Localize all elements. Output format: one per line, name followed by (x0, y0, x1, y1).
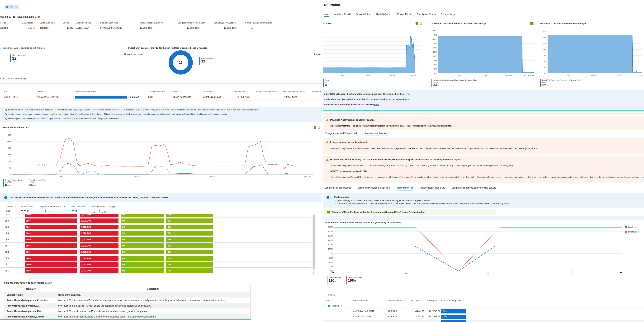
tab-utilization-1[interactable]: Workload Details (334, 13, 351, 17)
here-link[interactable]: here. (374, 103, 379, 106)
column-header[interactable]: Tuples Fetched (Sum) [Tim...↑↓ (40, 206, 70, 208)
column-header[interactable]: me↑↓ (4, 90, 9, 93)
scrollbar-thumb[interactable] (313, 214, 314, 269)
sort-icon[interactable]: ↑↓ (118, 206, 120, 208)
tab-autovacuum-0[interactable]: Emergency AV and Wraparound (324, 132, 357, 136)
table-row[interactable]: db10100%1,072.24%0%0% (0, 262, 311, 268)
time-slider-handle[interactable] (332, 272, 334, 273)
sort-icon[interactable]: ↑↓ (404, 300, 406, 302)
sort-icon[interactable]: ↑↓ (88, 206, 90, 208)
sort-icon[interactable]: ↑↓ (179, 91, 180, 93)
sort-icon[interactable]: ↑↓ (369, 300, 370, 302)
sort-icon[interactable]: ↑↓ (8, 91, 9, 93)
workbook-icon[interactable] (314, 126, 316, 129)
here-link[interactable]: here. (404, 98, 410, 100)
column-header[interactable]: SampledDatapointsCounter↑↓ (245, 22, 274, 24)
column-header[interactable]: LiveToDeadTupRatio↑↓ (441, 300, 464, 302)
column-header[interactable]: DatabaseId↑↓ (22, 22, 35, 24)
sort-icon[interactable]: ↑↓ (276, 91, 278, 93)
time-slider-handle[interactable] (620, 272, 622, 273)
sort-icon[interactable]: ↑↓ (38, 206, 40, 208)
clock-icon[interactable] (532, 22, 534, 25)
sort-icon[interactable]: ↑↓ (166, 91, 167, 93)
column-header[interactable]: DatabaseName↑↓ (388, 300, 406, 302)
table-row[interactable]: db2100%1,072.24%0%0% (0, 214, 311, 218)
column-header[interactable]: WaitEvent↑↓ (203, 90, 215, 93)
column-header[interactable]: LiveTuples↑↓ (410, 300, 422, 302)
tab-utilization-5[interactable]: Checkpoint Details (417, 13, 436, 17)
column-header[interactable]: Tuples Returned...↑↓ (70, 206, 90, 208)
tab-replication-3[interactable]: Inactive Replication Slots (420, 186, 445, 190)
column-header[interactable]: LongestTransactionDuration↑↓ (178, 22, 207, 24)
sort-icon[interactable]: ↑↓ (331, 300, 332, 302)
sort-icon[interactable]: ↑↓ (119, 22, 120, 24)
column-header[interactable]: TotalConnectionDuration↑↓ (139, 22, 165, 24)
workbook-icon[interactable] (416, 22, 418, 25)
tab-replication-4[interactable]: Long running transactions on replica ser… (452, 186, 496, 190)
sort-icon[interactable]: ↑↓ (438, 300, 440, 302)
column-header[interactable]: BackendStartTime↑↓ (100, 22, 120, 24)
scroll-down-icon[interactable]: ▼ (313, 272, 314, 274)
db-table-row[interactable]: db01173.03 K1.239 M (0, 209, 322, 214)
clock-icon[interactable] (420, 22, 422, 25)
tab-replication-1[interactable]: Orphaned Prepared transactions (358, 186, 390, 190)
tab-utilization-2[interactable]: Session Details (356, 13, 371, 17)
column-header[interactable]: FromConnectionStart↑↓ (75, 90, 98, 93)
connection-table-row[interactable]: ackend12345postgres1234510.106.166.X07/0… (0, 26, 320, 31)
sort-icon[interactable]: ↑↓ (237, 22, 238, 24)
column-header[interactable]: ApplicationName↑↓ (148, 90, 167, 93)
column-header[interactable]: dType↑↓ (0, 22, 8, 24)
column-header[interactable]: Tuples Fetched (...↑↓ (19, 206, 40, 208)
search-input[interactable] (324, 293, 642, 297)
tuple-table-group-row[interactable]: ∨ example (7) (323, 303, 644, 308)
table-row[interactable]: db3100%1,072.24%0%0% (0, 218, 311, 224)
sort-icon[interactable]: ↑↓ (214, 91, 215, 93)
sort-icon[interactable]: ↑↓ (70, 22, 71, 24)
table-row[interactable]: db5100%1,072.24%0%0% (0, 230, 311, 236)
table-row[interactable]: 27/03/2023 16:37:55example115.97 M197.93… (323, 308, 644, 314)
column-header[interactable]: LongestQueryDuration↑↓ (214, 22, 238, 24)
column-header[interactable]: UserId↑↓ (63, 22, 71, 24)
tab-utilization-4[interactable]: IO Wait Events (397, 13, 412, 17)
sort-icon[interactable]: ↑↓ (462, 300, 464, 302)
sort-icon[interactable]: ↑↓ (34, 22, 35, 24)
sort-icon[interactable]: ↑↓ (96, 91, 98, 93)
sort-icon[interactable]: ↑↓ (273, 22, 274, 24)
sort-icon[interactable]: ↑↓ (56, 22, 57, 24)
column-header[interactable]: MaxTransactionTime↑↓ (283, 90, 306, 93)
column-header[interactable]: ClientIpAddress↑↓ (76, 22, 93, 24)
sort-icon[interactable]: ↑↓ (247, 91, 248, 93)
column-header[interactable]: OldestTransactionId↑↓ (256, 90, 278, 93)
tab-utilization-0[interactable]: sage (324, 13, 329, 17)
pid-filter-pill[interactable]: 1784 ∨ (4, 4, 19, 9)
column-header[interactable]: TimeGenerated↑↓ (353, 300, 370, 302)
tab-utilization-3[interactable]: High IO Queries (376, 13, 392, 17)
sort-icon[interactable]: ↑↓ (304, 91, 306, 93)
column-header[interactable]: DatabaseName↑↓ (40, 22, 57, 24)
column-header[interactable]: State↑↓ (173, 90, 180, 93)
sort-icon[interactable]: ↑↓ (92, 22, 93, 24)
tab-autovacuum-1[interactable]: Autovacuum Blockers (365, 132, 389, 136)
column-header[interactable]: DeadTuples↑↓ (426, 300, 440, 302)
tab-replication-0[interactable]: Long-running transactions (325, 186, 351, 190)
column-header[interactable]: TransactionId↑↓ (233, 90, 248, 93)
table-row[interactable]: db4100%1,072.24%0%0% (0, 224, 311, 230)
column-header[interactable]: Database↑↓ (5, 206, 16, 208)
chevron-down-icon[interactable]: ∨ (324, 305, 326, 307)
table-row[interactable]: 27/03/2023 16:07:55example115.965 M197.9… (323, 314, 644, 320)
table-row[interactable]: db9100%1,072.24%0%0% (0, 255, 311, 262)
tab-replication-2[interactable]: Replication lag (397, 186, 413, 190)
sort-icon[interactable]: ↑↓ (421, 300, 422, 302)
table-row[interactable]: db11100%1,072.24%0%0% (0, 268, 311, 274)
sort-icon[interactable]: ↑↓ (15, 206, 16, 208)
tab-utilization-6[interactable]: Storage Usage (440, 13, 456, 17)
scrollbar[interactable]: ▼ (312, 214, 315, 274)
column-header[interactable]: Sampled↑↓ (312, 90, 322, 93)
sort-icon[interactable]: ↑↓ (7, 22, 8, 24)
sort-icon[interactable]: ↑↓ (44, 91, 46, 93)
column-header[interactable]: Group↑↓ (324, 300, 332, 302)
column-header[interactable]: Tuples Returned (Sum) [Ti...↑↓ (90, 206, 120, 208)
session-table-row[interactable]: 023, 14:49:1327/03/2023, 15:44:1519.95da… (0, 95, 322, 100)
clock-icon[interactable] (318, 126, 320, 129)
sort-icon[interactable]: ↑↓ (206, 22, 207, 24)
